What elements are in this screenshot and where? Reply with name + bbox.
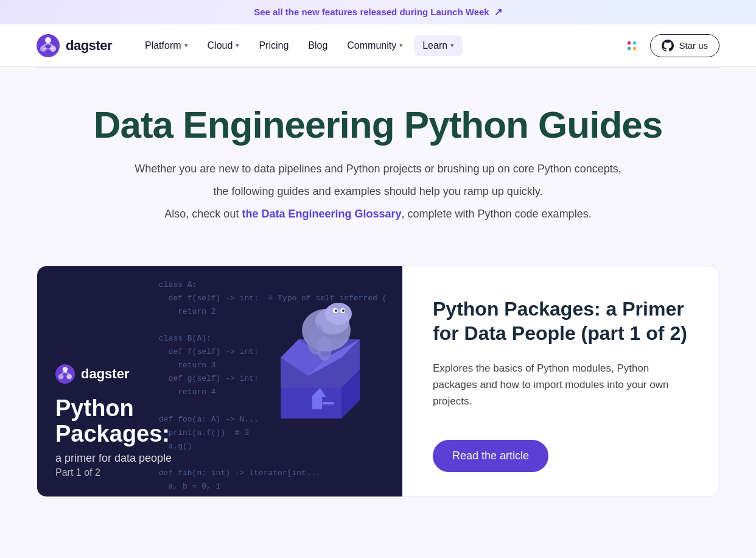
svg-point-28 [63,367,68,372]
nav-right: Star us [621,34,719,57]
announcement-link[interactable]: See all the new features released during… [254,7,502,17]
navbar: dagster Platform ▾ Cloud ▾ Pricing Blog … [0,24,756,67]
slack-icon [625,39,639,52]
hero-subtitle1: Whether you are new to data pipelines an… [61,160,695,178]
hero-section: Data Engineering Python Guides Whether y… [0,68,756,253]
nav-item-pricing[interactable]: Pricing [250,35,297,56]
card-overlay-part: Part 1 of 2 [55,467,384,478]
nav-item-blog[interactable]: Blog [299,35,336,56]
card-image: class A: def f(self) -> int: # Type of s… [37,266,402,496]
cloud-chevron-icon: ▾ [236,41,239,49]
github-button[interactable]: Star us [650,34,719,57]
github-icon [662,40,674,52]
card-logo-icon [55,364,75,384]
svg-rect-10 [633,47,636,50]
announcement-banner: See all the new features released during… [0,0,756,24]
slack-button[interactable] [621,35,643,57]
card-overlay-title: Python Packages: [55,396,384,447]
svg-point-20 [325,303,352,325]
announcement-arrow: ↗ [494,7,502,17]
svg-rect-9 [628,47,631,50]
hero-subtitle2: the following guides and examples should… [61,183,695,200]
article-card: class A: def f(self) -> int: # Type of s… [37,266,719,497]
glossary-link[interactable]: the Data Engineering Glossary [242,208,401,220]
svg-point-1 [45,37,51,43]
read-article-button[interactable]: Read the article [433,440,548,472]
logo-text: dagster [66,38,112,54]
svg-point-23 [335,309,337,312]
learn-chevron-icon: ▾ [450,41,454,49]
hero-subtitle3-prefix: Also, check out [164,208,242,220]
platform-chevron-icon: ▾ [184,41,188,49]
nav-item-cloud[interactable]: Cloud ▾ [199,35,248,56]
hero-title: Data Engineering Python Guides [61,104,695,146]
hero-subtitle3-suffix: , complete with Python code examples. [401,208,591,220]
dagster-logo-icon [37,34,60,57]
card-logo-area: dagster [55,364,384,384]
svg-point-29 [67,374,72,379]
nav-links: Platform ▾ Cloud ▾ Pricing Blog Communit… [136,35,621,56]
card-content: Python Packages: a Primer for Data Peopl… [402,266,719,496]
card-description: Explores the basics of Python modules, P… [433,360,688,410]
announcement-text: See all the new features released during… [254,7,489,17]
nav-item-platform[interactable]: Platform ▾ [136,35,197,56]
nav-item-community[interactable]: Community ▾ [338,35,411,56]
card-overlay-subtitle: a primer for data people [55,452,384,465]
card-content-title: Python Packages: a Primer for Data Peopl… [433,297,688,345]
logo[interactable]: dagster [37,34,112,57]
svg-point-26 [317,336,332,361]
svg-rect-7 [628,41,631,44]
svg-point-30 [58,374,63,379]
card-content-text: Python Packages: a Primer for Data Peopl… [433,297,688,432]
github-star-label: Star us [679,40,708,51]
hero-subtitle3: Also, check out the Data Engineering Glo… [61,205,695,223]
community-chevron-icon: ▾ [399,41,403,49]
card-title-overlay: Python Packages: a primer for data peopl… [55,396,384,478]
svg-point-24 [342,309,345,312]
nav-item-learn[interactable]: Learn ▾ [414,35,463,56]
svg-rect-8 [633,41,636,44]
card-logo-text: dagster [81,366,129,382]
